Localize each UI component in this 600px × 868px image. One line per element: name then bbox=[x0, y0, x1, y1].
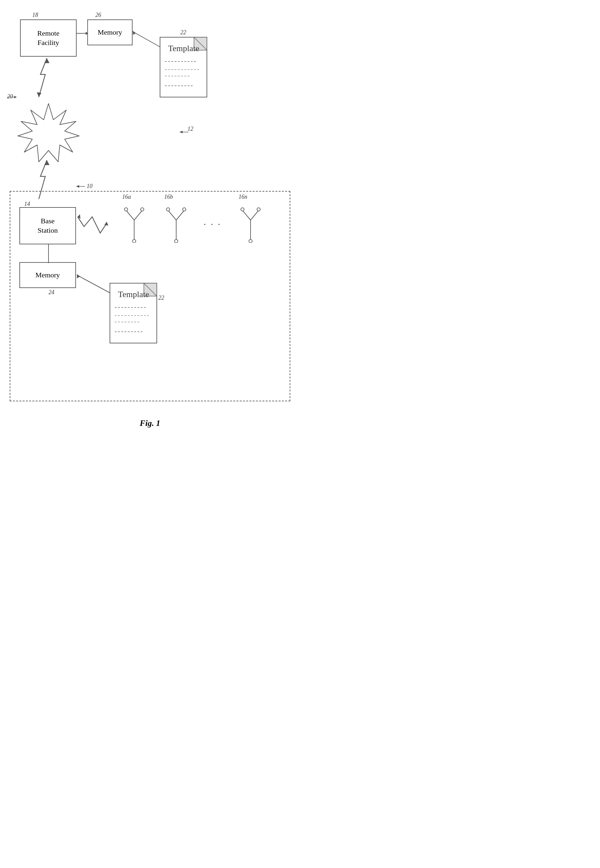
base-station-label: BaseStation bbox=[38, 216, 58, 235]
svg-line-28 bbox=[78, 276, 110, 293]
svg-text:Template: Template bbox=[168, 44, 199, 53]
label-22-bottom: 22 bbox=[158, 295, 164, 301]
svg-marker-12 bbox=[37, 92, 41, 97]
label-22-top: 22 bbox=[180, 29, 186, 36]
remote-facility-box: RemoteFacility bbox=[20, 20, 77, 57]
antenna-16a bbox=[121, 201, 147, 243]
svg-line-9 bbox=[134, 32, 160, 47]
svg-marker-11 bbox=[44, 58, 50, 63]
arrow-template-to-memory bbox=[129, 29, 162, 49]
svg-marker-29 bbox=[77, 274, 80, 278]
svg-text:Template: Template bbox=[118, 290, 149, 299]
svg-line-33 bbox=[126, 210, 134, 220]
svg-marker-30 bbox=[105, 222, 108, 226]
label-14: 14 bbox=[24, 201, 30, 207]
template-bottom-doc: Template bbox=[108, 281, 163, 346]
arrow-rf-to-memory bbox=[77, 29, 88, 38]
diagram-container: 18 RemoteFacility 26 Memory 22 Template bbox=[0, 0, 300, 434]
svg-marker-16 bbox=[179, 131, 183, 133]
memory-bottom-label: Memory bbox=[36, 271, 60, 280]
starburst bbox=[13, 97, 84, 166]
svg-line-46 bbox=[250, 210, 259, 220]
label-16a: 16a bbox=[122, 193, 131, 200]
label-24: 24 bbox=[48, 289, 54, 296]
svg-point-36 bbox=[141, 208, 144, 211]
svg-point-37 bbox=[133, 240, 136, 243]
svg-line-39 bbox=[168, 210, 176, 220]
line-bs-to-mem bbox=[47, 244, 50, 264]
svg-point-47 bbox=[241, 208, 244, 211]
svg-point-35 bbox=[124, 208, 128, 211]
ellipsis-dots: . . . bbox=[204, 217, 221, 227]
rf-signal bbox=[76, 214, 108, 240]
svg-line-40 bbox=[176, 210, 184, 220]
svg-point-42 bbox=[183, 208, 186, 211]
memory-bottom-box: Memory bbox=[20, 262, 76, 288]
label-18: 18 bbox=[32, 12, 38, 18]
svg-marker-17 bbox=[44, 160, 50, 165]
base-station-box: BaseStation bbox=[20, 207, 76, 244]
svg-point-41 bbox=[167, 208, 170, 211]
memory-top-box: Memory bbox=[87, 20, 133, 45]
antenna-16n bbox=[238, 201, 264, 243]
arrow-template-bottom-to-memory bbox=[74, 272, 112, 295]
svg-marker-10 bbox=[133, 31, 136, 35]
remote-facility-label: RemoteFacility bbox=[37, 29, 59, 47]
svg-marker-19 bbox=[76, 185, 79, 188]
label-16n: 16n bbox=[239, 193, 247, 200]
label-26: 26 bbox=[95, 12, 101, 18]
svg-marker-1 bbox=[86, 32, 88, 35]
svg-point-49 bbox=[249, 240, 252, 243]
svg-point-43 bbox=[174, 240, 178, 243]
svg-line-45 bbox=[242, 210, 250, 220]
fig-caption: Fig. 1 bbox=[0, 418, 300, 428]
memory-top-label: Memory bbox=[98, 28, 122, 37]
label-12-arrow bbox=[179, 129, 189, 135]
label-10-arrow bbox=[76, 183, 86, 190]
lightning-top bbox=[36, 57, 52, 99]
label-10: 10 bbox=[86, 183, 92, 190]
template-top-doc: Template bbox=[158, 36, 214, 100]
svg-line-34 bbox=[134, 210, 142, 220]
antenna-16b bbox=[163, 201, 189, 243]
svg-point-48 bbox=[257, 208, 260, 211]
label-16b: 16b bbox=[164, 193, 173, 200]
